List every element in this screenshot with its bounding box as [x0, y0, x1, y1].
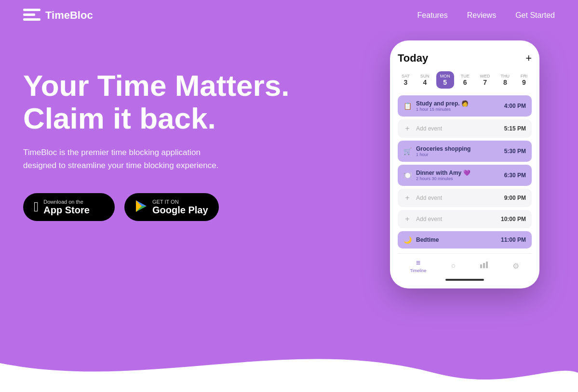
day-tue[interactable]: TUE 6 — [457, 71, 473, 89]
bottom-nav-timeline[interactable]: ≡ Timeline — [410, 259, 427, 273]
phone-mockup: Today + SAT 3 SUN 4 MON 5 TUE — [390, 40, 539, 288]
day-thu[interactable]: THU 8 — [497, 71, 514, 89]
hero-subtitle: TimeBloc is the premier time blocking ap… — [23, 146, 235, 172]
google-play-icon — [135, 200, 148, 215]
phone-header: Today + — [398, 52, 532, 65]
home-indicator — [445, 279, 484, 281]
day-selector: SAT 3 SUN 4 MON 5 TUE 6 WED 7 — [398, 71, 532, 89]
svg-rect-5 — [480, 264, 482, 268]
googleplay-text: GET IT ON Google Play — [152, 199, 208, 215]
day-fri[interactable]: FRI 9 — [516, 71, 532, 89]
event-dinner[interactable]: 🍽️ Dinner with Amy 💜 2 hours 30 minutes … — [398, 165, 532, 186]
cta-buttons:  Download on the App Store — [23, 193, 312, 221]
bottom-nav-search[interactable]: ○ — [451, 261, 456, 270]
gear-icon: ⚙ — [512, 261, 519, 271]
day-sun[interactable]: SUN 4 — [417, 71, 433, 89]
svg-rect-6 — [483, 263, 485, 268]
add-event-icon-3: + — [403, 215, 411, 223]
event-list: 📋 Study and prep. 🧑 1 hour 15 minutes 4:… — [398, 95, 532, 248]
timeline-icon: ≡ — [416, 259, 420, 267]
logo: TimeBloc — [23, 9, 93, 22]
event-groceries-icon: 🛒 — [403, 147, 411, 155]
bottom-nav-settings[interactable]: ⚙ — [512, 261, 519, 271]
event-bedtime-icon: 🌙 — [403, 236, 411, 244]
phone-bottom-nav: ≡ Timeline ○ ⚙ — [398, 253, 532, 275]
day-mon[interactable]: MON 5 — [436, 71, 454, 89]
hero-section: Your Time Matters. Claim it back. TimeBl… — [0, 31, 578, 392]
phone-add-icon[interactable]: + — [525, 52, 532, 65]
nav-links: Features Reviews Get Started — [417, 11, 555, 20]
apple-icon:  — [34, 200, 39, 214]
add-event-icon-1: + — [403, 124, 411, 133]
phone-body: Today + SAT 3 SUN 4 MON 5 TUE — [390, 40, 539, 288]
event-dinner-icon: 🍽️ — [403, 171, 411, 179]
bottom-nav-stats[interactable] — [480, 261, 488, 270]
appstore-text: Download on the App Store — [43, 199, 90, 215]
hero-title: Your Time Matters. Claim it back. — [23, 69, 312, 135]
stats-icon — [480, 261, 488, 270]
logo-icon — [23, 9, 40, 22]
nav-link-get-started[interactable]: Get Started — [515, 11, 555, 20]
googleplay-button[interactable]: GET IT ON Google Play — [124, 193, 219, 221]
search-icon: ○ — [451, 261, 456, 270]
event-study-icon: 📋 — [403, 102, 411, 110]
nav-link-features[interactable]: Features — [417, 11, 448, 20]
wave-decoration — [0, 334, 578, 392]
hero-content: Your Time Matters. Claim it back. TimeBl… — [23, 60, 312, 221]
logo-text: TimeBloc — [45, 9, 93, 22]
add-event-icon-2: + — [403, 194, 411, 202]
event-bedtime[interactable]: 🌙 Bedtime 11:00 PM — [398, 231, 532, 248]
nav-link-reviews[interactable]: Reviews — [467, 11, 496, 20]
event-add-1[interactable]: + Add event 5:15 PM — [398, 119, 532, 138]
event-add-3[interactable]: + Add event 10:00 PM — [398, 210, 532, 228]
svg-rect-7 — [486, 261, 488, 268]
appstore-button[interactable]:  Download on the App Store — [23, 193, 115, 221]
event-add-2[interactable]: + Add event 9:00 PM — [398, 189, 532, 207]
day-sat[interactable]: SAT 3 — [398, 71, 414, 89]
phone-title: Today — [398, 52, 428, 65]
day-wed[interactable]: WED 7 — [476, 71, 494, 89]
event-groceries[interactable]: 🛒 Groceries shopping 1 hour 5:30 PM — [398, 141, 532, 162]
event-study[interactable]: 📋 Study and prep. 🧑 1 hour 15 minutes 4:… — [398, 95, 532, 117]
navbar: TimeBloc Features Reviews Get Started — [0, 0, 578, 31]
